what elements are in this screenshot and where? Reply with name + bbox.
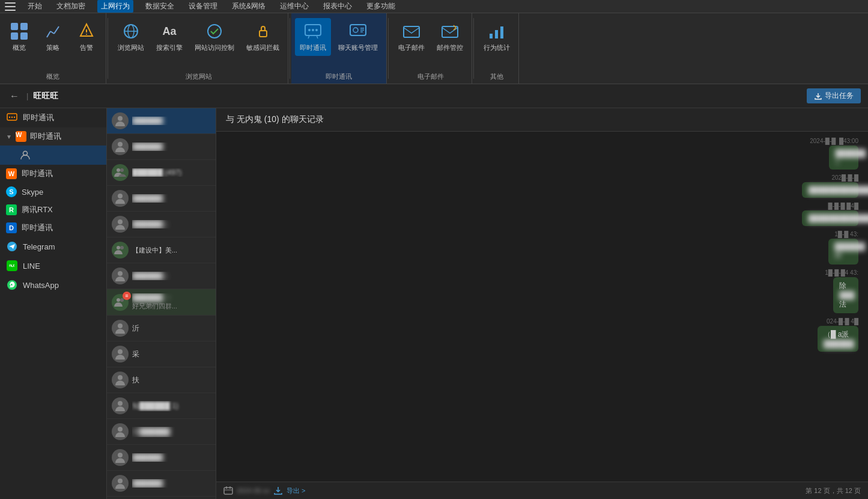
svg-point-12 — [208, 25, 221, 38]
back-button[interactable]: ← — [7, 88, 22, 104]
contact-info-3: ██████ — [132, 194, 211, 203]
contact-item-0[interactable]: ██████ — [107, 108, 216, 134]
toolbar-tabs: 概览 策略 告警 概览 — [0, 13, 868, 84]
contact-item-2[interactable]: ██████ (497) — [107, 160, 216, 186]
contact-name-13: ██████ — [132, 453, 211, 462]
toolbar-item-email[interactable]: 电子邮件 — [393, 18, 429, 56]
svg-point-27 — [9, 117, 10, 118]
contact-avatar-0 — [112, 112, 129, 129]
sidebar-item-im-main[interactable]: 即时通讯 — [0, 108, 106, 127]
svg-point-17 — [315, 29, 318, 31]
contact-item-8[interactable]: 沂 — [107, 316, 216, 341]
svg-point-51 — [118, 479, 123, 483]
account-icon — [19, 149, 31, 161]
contact-item-15[interactable]: ██████ (496) — [107, 497, 216, 499]
svg-point-41 — [120, 246, 124, 250]
contact-item-13[interactable]: ██████ — [107, 445, 216, 471]
message-time-2: 202█-█-█ — [831, 174, 858, 181]
toolbar-item-strategy[interactable]: 策略 — [37, 18, 68, 56]
sidebar-section-wangwang[interactable]: ▼ W 即时通讯 — [0, 127, 106, 145]
toolbar-item-sensitive[interactable]: 敏感词拦截 — [241, 18, 284, 56]
menu-data-security[interactable]: 数据安全 — [143, 0, 177, 13]
toolbar-behavior-stats-label: 行为统计 — [484, 43, 510, 52]
breadcrumb-title: 旺旺旺 — [33, 91, 58, 102]
svg-point-42 — [118, 271, 123, 276]
wangwang-icon: W — [16, 131, 26, 142]
calendar-icon — [223, 486, 233, 495]
contact-item-5[interactable]: 【建设中】美... — [107, 237, 216, 263]
menu-more[interactable]: 更多功能 — [364, 0, 398, 13]
contact-item-14[interactable]: ██████ — [107, 471, 216, 497]
sidebar-item-line[interactable]: LINE — [0, 256, 106, 275]
message-bubble-4: ██████脚 — [828, 239, 858, 265]
contact-avatar-9 — [112, 346, 129, 363]
sidebar-im-main-label: 即时通讯 — [23, 112, 54, 123]
contact-item-11[interactable]: 知██████ 1) — [107, 393, 216, 419]
contact-item-10[interactable]: 扶 — [107, 367, 216, 393]
contact-avatar-11 — [112, 397, 129, 414]
sidebar-item-im-d[interactable]: D 即时通讯 — [0, 219, 106, 237]
menu-start[interactable]: 开始 — [25, 0, 44, 13]
contact-item-7[interactable]: ≡ ██████ ☆ 好兄弟们四群... — [107, 289, 216, 316]
sidebar-item-wangwang-account[interactable] — [0, 145, 106, 165]
menu-doc-encrypt[interactable]: 文档加密 — [54, 0, 88, 13]
chat-messages[interactable]: 2024-█-█ █43:00 ██████ 1 202█-█-█ ██████… — [216, 132, 868, 482]
contact-avatar-12 — [112, 423, 129, 440]
menu-device-mgmt[interactable]: 设备管理 — [186, 0, 220, 13]
svg-point-47 — [118, 375, 123, 380]
svg-point-36 — [117, 168, 120, 172]
svg-rect-13 — [259, 31, 267, 37]
menu-system-network[interactable]: 系统&网络 — [229, 0, 268, 13]
svg-point-39 — [118, 219, 123, 224]
toolbar-item-chat-account[interactable]: 聊天账号管理 — [333, 18, 383, 56]
menu-internet-behavior[interactable]: 上网行为 — [97, 0, 133, 13]
message-row-1: 2024-█-█ █43:00 ██████ 1 — [226, 136, 858, 170]
sidebar-item-telegram[interactable]: Telegram — [0, 237, 106, 256]
export-button[interactable]: 导出任务 — [807, 88, 861, 103]
message-bubble-3: ████████████████ — [802, 210, 858, 226]
toolbar-item-mail-control[interactable]: 邮件管控 — [432, 18, 468, 56]
toolbar-item-overview[interactable]: 概览 — [4, 18, 35, 56]
contact-item-9[interactable]: 采 — [107, 341, 216, 367]
contact-info-6: ██████ ) — [132, 272, 211, 280]
toolbar-item-im[interactable]: 即时通讯 — [295, 18, 331, 56]
svg-line-4 — [47, 31, 50, 37]
contact-info-12: 浙██████ — [132, 427, 211, 437]
sidebar-item-skype[interactable]: S Skype — [0, 183, 106, 201]
sidebar: 即时通讯 ▼ W 即时通讯 W 即时通讯 S Skype R 腾讯RTX — [0, 108, 107, 499]
toolbar-item-alert[interactable]: 告警 — [71, 18, 102, 56]
hamburger-icon[interactable] — [5, 2, 16, 11]
toolbar-group-im: 即时通讯 聊天账号管理 即时通讯 — [291, 13, 387, 84]
main-content: 即时通讯 ▼ W 即时通讯 W 即时通讯 S Skype R 腾讯RTX — [0, 108, 868, 499]
svg-point-8 — [86, 34, 87, 35]
contact-info-8: 沂 — [132, 323, 211, 334]
contact-item-3[interactable]: ██████ — [107, 186, 216, 212]
contact-name-7: ██████ ☆ — [132, 293, 211, 302]
svg-rect-3 — [20, 32, 28, 40]
menu-report-center[interactable]: 报表中心 — [321, 0, 354, 13]
export-label: 导出任务 — [825, 91, 854, 101]
sidebar-item-rtx[interactable]: R 腾讯RTX — [0, 201, 106, 219]
svg-rect-20 — [404, 26, 419, 37]
sidebar-item-whatsapp[interactable]: WhatsApp — [0, 275, 106, 295]
contact-avatar-7: ≡ — [112, 294, 129, 311]
toolbar-item-search[interactable]: Aa 搜索引擎 — [151, 18, 187, 56]
contact-item-6[interactable]: ██████ ) — [107, 263, 216, 289]
contact-info-0: ██████ — [132, 117, 211, 125]
toolbar-item-browse[interactable]: 浏览网站 — [113, 18, 149, 56]
contact-item-4[interactable]: ██████ ) — [107, 212, 216, 237]
export-icon — [814, 92, 822, 100]
contact-item-12[interactable]: 浙██████ — [107, 419, 216, 445]
message-time-1: 2024-█-█ █43:00 — [810, 138, 858, 144]
toolbar-item-behavior-stats[interactable]: 行为统计 — [479, 18, 515, 56]
contact-item-1[interactable]: ██████ — [107, 134, 216, 160]
svg-point-38 — [118, 194, 123, 198]
menu-ops-center[interactable]: 运维中心 — [278, 0, 311, 13]
im-icon — [303, 22, 323, 41]
sidebar-item-im-w2[interactable]: W 即时通讯 — [0, 165, 106, 183]
toolbar-item-access-control[interactable]: 网站访问控制 — [190, 18, 239, 56]
contact-name-5: 【建设中】美... — [132, 246, 211, 255]
telegram-icon — [6, 240, 18, 253]
pagination: 第 12 页，共 12 页 — [806, 486, 861, 495]
whatsapp-icon — [6, 279, 18, 291]
